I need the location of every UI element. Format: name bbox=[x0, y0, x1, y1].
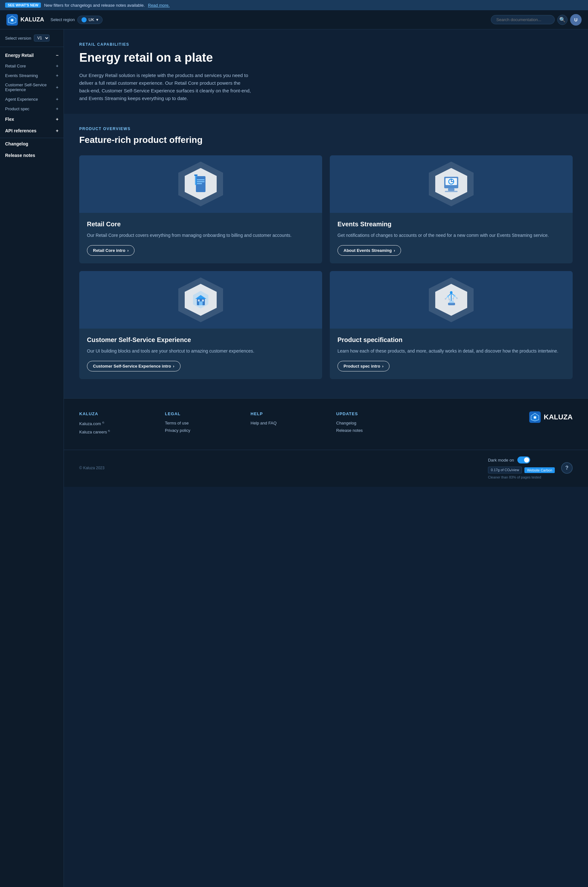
footer-logo[interactable]: KALUZA bbox=[529, 411, 573, 423]
sidebar-item-events-streaming[interactable]: Events Streaming + bbox=[0, 71, 64, 80]
sidebar-item-product-spec[interactable]: Product spec + bbox=[0, 104, 64, 114]
version-select[interactable]: V1 bbox=[34, 35, 50, 42]
arrow-right-icon: › bbox=[127, 248, 129, 253]
svg-point-36 bbox=[448, 299, 450, 300]
card-description: Learn how each of these products, and mo… bbox=[338, 347, 565, 354]
logo[interactable]: KALUZA bbox=[6, 14, 44, 26]
svg-point-38 bbox=[456, 297, 458, 299]
footer-link-help-faq[interactable]: Help and FAQ bbox=[250, 421, 326, 425]
svg-rect-22 bbox=[202, 300, 204, 302]
sidebar-item-label: Changelog bbox=[5, 141, 28, 146]
product-spec-intro-button[interactable]: Product spec intro › bbox=[338, 361, 390, 371]
footer-link-release-notes[interactable]: Release notes bbox=[336, 428, 412, 433]
avatar[interactable]: U bbox=[570, 14, 582, 26]
collapse-icon: − bbox=[56, 53, 58, 58]
footer-logo-col: KALUZA bbox=[422, 411, 573, 437]
region-button[interactable]: UK ▾ bbox=[77, 16, 103, 24]
svg-rect-16 bbox=[445, 191, 458, 192]
region-label: Select region bbox=[51, 17, 75, 22]
footer-col-kaluza: KALUZA Kaluza.com ⎋ Kaluza careers ⎋ bbox=[79, 411, 154, 437]
expand-icon: + bbox=[56, 128, 58, 133]
help-button[interactable]: ? bbox=[561, 462, 573, 474]
hero-description: Our Energy Retail solution is replete wi… bbox=[79, 72, 252, 102]
card-description: Get notifications of changes to accounts… bbox=[338, 232, 565, 239]
svg-rect-5 bbox=[197, 179, 204, 180]
card-title: Product specification bbox=[338, 336, 565, 344]
sidebar-section-api-references[interactable]: API references + bbox=[0, 125, 64, 137]
arrow-right-icon: › bbox=[394, 248, 395, 253]
svg-rect-8 bbox=[195, 176, 197, 185]
external-link-icon: ⎋ bbox=[108, 429, 110, 432]
footer-link-privacy[interactable]: Privacy policy bbox=[165, 428, 240, 433]
sidebar-section-flex[interactable]: Flex + bbox=[0, 114, 64, 125]
search-input[interactable] bbox=[491, 15, 555, 24]
search-icon: 🔍 bbox=[559, 17, 566, 23]
hexagon-wrapper bbox=[429, 278, 474, 322]
footer-logo-icon bbox=[529, 411, 541, 423]
arrow-right-icon: › bbox=[173, 364, 174, 369]
footer-logo-text: KALUZA bbox=[544, 413, 573, 421]
sidebar-item-retail-core[interactable]: Retail Core + bbox=[0, 61, 64, 71]
footer-link-terms[interactable]: Terms of use bbox=[165, 421, 240, 425]
button-label: About Events Streaming bbox=[344, 248, 392, 253]
hex-inner bbox=[435, 284, 467, 316]
svg-rect-24 bbox=[449, 300, 454, 303]
sidebar-section-energy-retail[interactable]: Energy Retail − bbox=[0, 50, 64, 61]
dark-mode-toggle[interactable] bbox=[518, 456, 530, 464]
retail-core-intro-button[interactable]: Retail Core intro › bbox=[87, 245, 135, 256]
svg-rect-15 bbox=[448, 188, 454, 191]
footer-link-changelog[interactable]: Changelog bbox=[336, 421, 412, 425]
hero-section: RETAIL CAPABILITIES Energy retail on a p… bbox=[64, 29, 588, 114]
button-label: Product spec intro bbox=[344, 364, 380, 369]
card-image-retail-core bbox=[79, 155, 322, 213]
header-left: KALUZA Select region UK ▾ bbox=[6, 14, 103, 26]
sidebar-item-customer-self-service[interactable]: Customer Self-Service Experience + bbox=[0, 80, 64, 94]
sidebar-item-agent-experience[interactable]: Agent Experience + bbox=[0, 94, 64, 104]
hexagon-shape bbox=[178, 278, 223, 322]
search-bar: 🔍 U bbox=[491, 14, 582, 26]
logo-text: KALUZA bbox=[21, 16, 44, 23]
svg-point-34 bbox=[453, 295, 455, 297]
events-streaming-illustration bbox=[442, 174, 461, 194]
svg-rect-20 bbox=[199, 302, 202, 305]
arrow-right-icon: › bbox=[382, 364, 384, 369]
footer-extras: Dark mode on 0.17g of CO₂/view Website C… bbox=[488, 456, 555, 479]
sidebar-section-title-text: API references bbox=[5, 128, 36, 133]
footer-link-kaluza-com[interactable]: Kaluza.com ⎋ bbox=[79, 421, 154, 426]
hex-inner bbox=[185, 168, 217, 200]
expand-icon: + bbox=[56, 63, 58, 68]
announcement-link[interactable]: Read more. bbox=[148, 3, 170, 8]
card-description: Our UI building blocks and tools are you… bbox=[87, 347, 315, 354]
product-card-customer-self-service: Customer Self-Service Experience Our UI … bbox=[79, 271, 322, 379]
carbon-badge[interactable]: Website Carbon bbox=[524, 467, 555, 473]
footer-link-kaluza-careers[interactable]: Kaluza careers ⎋ bbox=[79, 429, 154, 434]
expand-icon: + bbox=[56, 73, 58, 78]
sidebar-item-label: Customer Self-Service Experience bbox=[5, 83, 56, 92]
card-description: Our Retail Core product covers everythin… bbox=[87, 232, 315, 239]
events-streaming-intro-button[interactable]: About Events Streaming › bbox=[338, 245, 401, 256]
sidebar-item-release-notes[interactable]: Release notes bbox=[0, 150, 64, 161]
svg-point-35 bbox=[444, 298, 446, 300]
hexagon-wrapper bbox=[429, 162, 474, 207]
expand-icon: + bbox=[56, 85, 58, 90]
sidebar-item-label: Events Streaming bbox=[5, 73, 38, 78]
footer-grid: KALUZA Kaluza.com ⎋ Kaluza careers ⎋ LEG… bbox=[79, 411, 573, 437]
sidebar-item-label: Release notes bbox=[5, 153, 35, 158]
section-label: PRODUCT OVERVIEWS bbox=[79, 126, 573, 131]
expand-icon: + bbox=[56, 117, 58, 122]
footer-col-updates: UPDATES Changelog Release notes bbox=[336, 411, 412, 437]
search-button[interactable]: 🔍 bbox=[557, 15, 567, 25]
sidebar-item-label: Agent Experience bbox=[5, 97, 38, 102]
product-card-product-spec: Product specification Learn how each of … bbox=[330, 271, 573, 379]
svg-rect-9 bbox=[194, 174, 198, 176]
svg-point-42 bbox=[534, 416, 536, 419]
section-title: Feature-rich product offering bbox=[79, 135, 573, 145]
announcement-text: New filters for changelogs and release n… bbox=[44, 3, 145, 8]
sidebar-item-changelog[interactable]: Changelog bbox=[0, 138, 64, 150]
card-image-customer-self-service bbox=[79, 271, 322, 329]
card-title: Events Streaming bbox=[338, 221, 565, 228]
customer-self-service-intro-button[interactable]: Customer Self-Service Experience intro › bbox=[87, 361, 180, 371]
chevron-down-icon: ▾ bbox=[96, 17, 98, 22]
sidebar-item-label: Product spec bbox=[5, 107, 29, 111]
footer-col-legal: LEGAL Terms of use Privacy policy bbox=[165, 411, 240, 437]
